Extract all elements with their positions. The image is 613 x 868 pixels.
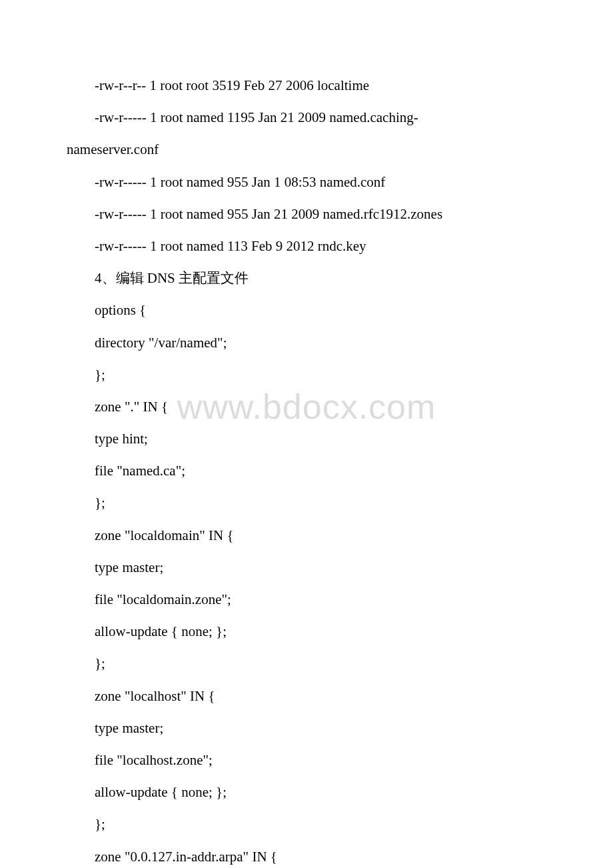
document-line: -rw-r----- 1 root named 955 Jan 21 2009 … xyxy=(67,207,546,221)
document-line: zone "localdomain" IN { xyxy=(67,529,546,543)
document-line: }; xyxy=(67,496,546,510)
document-line: zone "0.0.127.in-addr.arpa" IN { xyxy=(67,850,546,864)
document-content: -rw-r--r-- 1 root root 3519 Feb 27 2006 … xyxy=(0,0,613,868)
document-line: type hint; xyxy=(67,432,546,446)
document-line: allow-update { none; }; xyxy=(67,625,546,639)
document-line: file "named.ca"; xyxy=(67,464,546,478)
document-line: -rw-r----- 1 root named 113 Feb 9 2012 r… xyxy=(67,239,546,253)
document-line: }; xyxy=(67,657,546,671)
document-line: allow-update { none; }; xyxy=(67,785,546,799)
document-line: -rw-r--r-- 1 root root 3519 Feb 27 2006 … xyxy=(67,79,546,93)
document-line: -rw-r----- 1 root named 955 Jan 1 08:53 … xyxy=(67,175,546,189)
document-line: file "localdomain.zone"; xyxy=(67,593,546,607)
document-line: nameserver.conf xyxy=(67,143,546,157)
document-line: zone "." IN { xyxy=(67,400,546,414)
document-line: file "localhost.zone"; xyxy=(67,753,546,767)
document-line: 4、编辑 DNS 主配置文件 xyxy=(67,271,546,285)
document-line: }; xyxy=(67,817,546,831)
document-line: -rw-r----- 1 root named 1195 Jan 21 2009… xyxy=(67,111,546,125)
document-line: type master; xyxy=(67,721,546,735)
document-line: type master; xyxy=(67,561,546,575)
document-line: directory "/var/named"; xyxy=(67,336,546,350)
document-line: }; xyxy=(67,368,546,382)
document-line: options { xyxy=(67,303,546,317)
document-line: zone "localhost" IN { xyxy=(67,689,546,703)
